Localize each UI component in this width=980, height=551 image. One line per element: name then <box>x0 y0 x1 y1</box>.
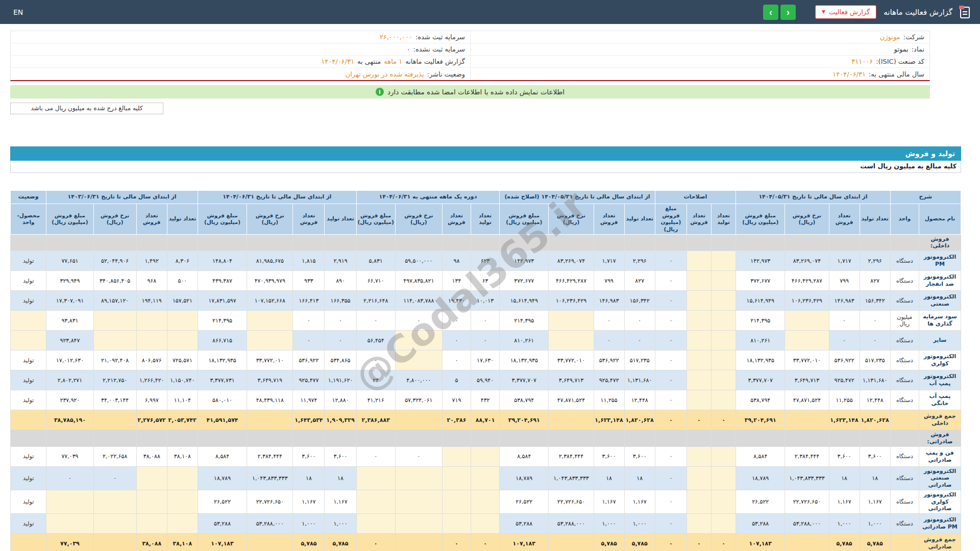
g4-value-cell: ۰ <box>442 331 471 350</box>
g1-value-cell: ۲,۲۹۶ <box>860 251 890 271</box>
g1-value-cell: ۳,۳۷۷,۷۰۷ <box>736 370 785 390</box>
g4-value-cell: ۲۰,۳۸۶ <box>442 410 471 430</box>
g1-value-cell: ۱۸,۱۳۲,۹۳۵ <box>736 350 785 370</box>
g3-value-cell: ۱,۷۱۷ <box>594 251 624 271</box>
g5-value-cell: ۵۸۰,۰۱۰ <box>198 390 247 410</box>
g6-value-cell <box>136 490 167 513</box>
g6-value-cell: ۱,۱۵۰,۷۴۰ <box>167 370 198 390</box>
g5-value-cell: ۵۳۴,۸۶۵ <box>325 350 356 370</box>
company-info-row: گزارش فعالیت ماهانه ۱ ماهه منتهی به ۱۴۰۴… <box>11 56 470 68</box>
g5-value-cell: ۴۳۹,۳۸۷ <box>198 271 247 291</box>
g2-value-cell <box>687 350 711 370</box>
g6-value-cell: ۲,۲۱۲,۷۵۰ <box>93 370 136 390</box>
status-cell: تولید <box>11 251 46 271</box>
product-name-cell: الکتروموتور صنعتی <box>919 291 961 311</box>
g3-value-cell: ۱۵۶,۳۴۲ <box>624 291 655 311</box>
report-period-highlight: ۱ ماهه <box>384 58 402 65</box>
g6-value-cell: ۱۷,۳۰۷,۰۹۱ <box>46 291 93 311</box>
g6-value-cell <box>93 331 136 350</box>
g2-value-cell: ۰ <box>655 291 687 311</box>
g3-value-cell: ۱۵,۶۱۴,۹۴۹ <box>500 291 549 311</box>
company-info-row: شرکت:موتوژن <box>470 31 929 43</box>
g3-value-cell: ۳,۶۰۰ <box>624 446 655 466</box>
blank-cell <box>500 234 549 251</box>
g5-value-cell: ۱,۹۰۹,۳۲۹ <box>325 410 356 430</box>
notice-text: اطلاعات نمایش داده شده با اطلاعات امضا ش… <box>387 88 565 96</box>
g2-value-cell <box>687 311 711 331</box>
product-row: الکتروموتور ضد انفجاردستگاه۸۲۷۷۹۹۴۶۶,۴۲۹… <box>11 271 961 291</box>
g3-value-cell: ۱,۰۴۳,۸۳۳,۳۳۳ <box>549 466 594 490</box>
g5-value-cell: ۵,۷۸۵ <box>325 534 356 551</box>
unit-cell: دستگاه <box>890 514 919 534</box>
blank-cell <box>785 234 829 251</box>
g1-value-cell: ۱۸ <box>860 466 890 490</box>
company-name-link[interactable]: موتوژن <box>880 33 900 41</box>
g6-value-cell: ۳۸,۷۸۵,۱۹۰ <box>46 410 93 430</box>
total-row: جمع فروش داخلی۱,۸۲۰,۶۲۸۱,۶۲۳,۱۴۸۳۹,۲۰۴,۶… <box>11 410 961 430</box>
g1-value-cell: ۳,۶۰۰ <box>860 446 890 466</box>
signed-data-notice: اطلاعات نمایش داده شده با اطلاعات امضا ش… <box>10 85 930 98</box>
product-row: الکتروموتور کولری صادراتیدستگاه۱,۱۶۷۱,۱۶… <box>11 490 961 513</box>
g4-value-cell: ۱۷,۶۳۰ <box>471 350 500 370</box>
g5-value-cell: ۲۱۴,۳۹۵ <box>198 311 247 331</box>
g3-value-cell: ۱۱,۲۵۵ <box>594 390 624 410</box>
blank-cell <box>325 430 356 447</box>
g4-value-cell: ۰ <box>356 446 395 466</box>
g6-value-cell: ۳۸,۱۰۸ <box>167 534 198 551</box>
blank-cell <box>829 234 860 251</box>
header-g6-amount: مبلغ فروش (میلیون ریال) <box>46 204 93 235</box>
g5-value-cell: ۱,۱۶۷ <box>293 490 325 513</box>
header-group-4: از ابتدای سال مالی تا تاریخ ۱۴۰۴/۰۶/۳۱ <box>198 191 356 204</box>
g5-value-cell: ۸۱,۹۸۵,۶۷۵ <box>247 251 293 271</box>
status-cell: تولید <box>11 370 46 390</box>
unit-cell: میلیون ریال <box>890 311 919 331</box>
info-label: شرکت: <box>903 33 924 41</box>
g5-value-cell: ۱,۱۶۷ <box>325 490 356 513</box>
g6-value-cell: ۱,۲۶۶,۴۲۰ <box>136 370 167 390</box>
g4-value-cell: ۰ <box>442 311 471 331</box>
g1-value-cell: ۲۶,۵۲۲ <box>736 490 785 513</box>
g2-value-cell <box>687 446 711 466</box>
g6-value-cell: ۷۷,۶۵۱ <box>46 251 93 271</box>
unit-cell: دستگاه <box>890 490 919 513</box>
g6-value-cell <box>93 410 136 430</box>
product-name-cell: سایر <box>919 331 961 350</box>
language-toggle[interactable]: EN <box>13 8 23 16</box>
header-g1-prod: تعداد تولید <box>860 204 890 235</box>
g5-value-cell: ۱,۰۴۳,۸۳۳,۳۳۳ <box>247 466 293 490</box>
g5-value-cell: ۹۲۵,۴۷۷ <box>293 370 325 390</box>
g6-value-cell: ۸,۳۰۶ <box>167 251 198 271</box>
g3-value-cell: ۵۳,۲۸۸,۰۰۰ <box>549 514 594 534</box>
g2-value-cell <box>687 466 711 490</box>
g2-value-cell: ۰ <box>655 271 687 291</box>
next-report-button[interactable]: › <box>780 5 796 20</box>
header-g3-amount: مبلغ فروش (میلیون ریال) <box>500 204 549 235</box>
g1-value-cell: ۴۷,۸۷۱,۵۲۴ <box>785 390 829 410</box>
blank-cell <box>860 234 890 251</box>
unit-cell: دستگاه <box>890 291 919 311</box>
blank-cell <box>549 430 594 447</box>
prev-report-button[interactable]: ‹ <box>763 5 778 20</box>
company-info-row: سرمایه ثبت شده:۲۶,۰۰۰,۰۰۰ <box>11 31 470 43</box>
product-row: سایردستگاه۰۰۸۱۰,۲۶۱۰۰۰۸۱۰,۲۶۱۰۰۵۶,۴۵۴۰۰۸… <box>11 331 961 350</box>
unit-cell: دستگاه <box>890 446 919 466</box>
g1-value-cell: ۱,۸۲۰,۶۲۸ <box>860 410 890 430</box>
g2-value-cell <box>712 271 736 291</box>
g6-value-cell: ۸۰۶,۵۷۶ <box>136 350 167 370</box>
info-label: کد صنعت (ISIC): <box>876 58 924 65</box>
product-name-cell: الکتروموتور ضد انفجار <box>919 271 961 291</box>
g6-value-cell <box>136 466 167 490</box>
g5-value-cell: ۳,۶۰۰ <box>325 446 356 466</box>
g6-value-cell: ۵۲,۰۴۴,۹۰۶ <box>93 251 136 271</box>
g4-value-cell: ۱۱۴,۰۸۳,۷۸۸ <box>395 291 442 311</box>
blank-cell <box>442 234 471 251</box>
g2-value-cell: ۰ <box>655 311 687 331</box>
g5-value-cell: ۰ <box>325 331 356 350</box>
navbar-actions: ‹ › گزارش فعالیت ▼ گزارش فعالیت ماهانه <box>761 5 971 20</box>
g3-value-cell: ۳۷۲,۶۷۷ <box>500 271 549 291</box>
g3-value-cell: ۰ <box>594 311 624 331</box>
blank-cell <box>500 430 549 447</box>
product-row: پمپ آب خانگیدستگاه۱۲,۴۴۸۱۱,۲۵۵۴۷,۸۷۱,۵۲۴… <box>11 390 961 410</box>
g5-value-cell: ۱,۰۰۰ <box>325 514 356 534</box>
report-type-dropdown[interactable]: گزارش فعالیت ▼ <box>815 5 876 19</box>
